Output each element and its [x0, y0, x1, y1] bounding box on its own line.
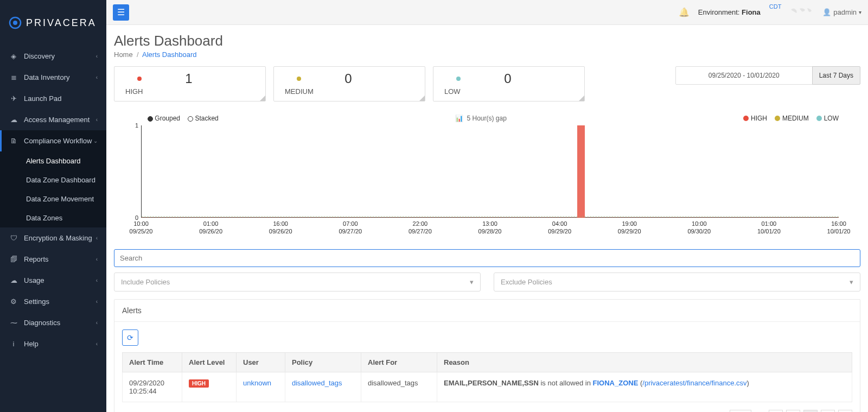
col-alert-time[interactable]: Alert Time — [123, 353, 182, 372]
nav-settings[interactable]: ⚙Settings‹ — [0, 291, 106, 312]
exclude-policies-select[interactable]: Exclude Policies▾ — [494, 272, 860, 291]
date-range-input[interactable]: 09/25/2020 - 10/01/2020 — [675, 66, 813, 85]
chevron-left-icon: ‹ — [96, 256, 98, 262]
stat-value: 0 — [279, 71, 417, 86]
col-reason[interactable]: Reason — [437, 353, 852, 372]
cell-reason: EMAIL,PERSON_NAME,SSN is not allowed in … — [437, 372, 852, 402]
cloud-icon: ☁ — [9, 116, 18, 124]
world-map-icon — [790, 5, 814, 19]
x-tick: 10:0009/30/20 — [687, 220, 711, 236]
brand-logo: PRIVACERA — [0, 0, 106, 46]
stat-label: HIGH — [122, 87, 258, 96]
user-icon: 👤 — [822, 8, 831, 16]
chart-container: Grouped Stacked 📊 5 Hour(s) gap HIGH MED… — [114, 115, 860, 240]
nav-launch-pad[interactable]: ✈Launch Pad — [0, 88, 106, 109]
search-input[interactable] — [114, 249, 860, 267]
info-icon: i — [9, 340, 18, 348]
nav-encryption-masking[interactable]: 🛡Encryption & Masking‹ — [0, 227, 106, 249]
nav-label: Encryption & Masking — [24, 234, 92, 242]
sidebar-toggle-button[interactable]: ☰ — [113, 4, 129, 21]
col-alert-for[interactable]: Alert For — [361, 353, 437, 372]
stat-card-high[interactable]: 1 HIGH — [114, 66, 266, 102]
sub-data-zones[interactable]: Data Zones — [0, 208, 106, 227]
nav-compliance-workflow[interactable]: 🗎Compliance Workflow⌄ — [0, 130, 106, 151]
chart-plot: 1 0 — [141, 125, 839, 218]
lock-icon: 🛡 — [9, 234, 18, 242]
stat-value: 0 — [439, 71, 577, 86]
legend-medium[interactable]: MEDIUM — [775, 115, 809, 122]
nav-help[interactable]: iHelp‹ — [0, 333, 106, 354]
nav-access-management[interactable]: ☁Access Management‹ — [0, 109, 106, 130]
page-first-button[interactable]: « — [769, 410, 783, 412]
col-user[interactable]: User — [237, 353, 285, 372]
sidebar: PRIVACERA ◈Discovery‹ ≣Data Inventory‹ ✈… — [0, 0, 106, 412]
x-tick: 16:0009/26/20 — [269, 220, 292, 236]
page-next-button[interactable]: › — [821, 410, 835, 412]
nav-usage[interactable]: ☁Usage‹ — [0, 270, 106, 291]
pulse-icon: ⁓ — [9, 319, 18, 327]
nav-label: Usage — [24, 276, 44, 284]
stacked-radio[interactable]: Stacked — [188, 115, 219, 122]
refresh-button[interactable]: ⟳ — [122, 329, 138, 346]
page-input[interactable] — [730, 410, 751, 412]
page-prev-button[interactable]: ‹ — [786, 410, 800, 412]
chevron-left-icon: ‹ — [96, 74, 98, 80]
col-alert-level[interactable]: Alert Level — [182, 353, 237, 372]
include-policies-select[interactable]: Include Policies▾ — [114, 272, 481, 291]
chart-bar — [577, 125, 585, 218]
alerts-panel: Alerts ⟳ Alert Time Alert Level User Pol… — [114, 299, 860, 412]
sub-data-zone-movement[interactable]: Data Zone Movement — [0, 189, 106, 208]
sub-data-zone-dashboard[interactable]: Data Zone Dashboard — [0, 170, 106, 189]
brand-icon — [9, 16, 22, 29]
x-tick: 04:0009/29/20 — [548, 220, 571, 236]
caret-down-icon: ▾ — [850, 278, 853, 286]
nav-reports[interactable]: 🗐Reports‹ — [0, 249, 106, 270]
cell-user: unknown — [237, 372, 285, 402]
chart-gap-label: 5 Hour(s) gap — [467, 115, 507, 122]
caret-down-icon: ▾ — [470, 278, 474, 286]
legend-low[interactable]: LOW — [816, 115, 839, 122]
policy-link[interactable]: disallowed_tags — [292, 379, 342, 387]
breadcrumb-current[interactable]: Alerts Dashboard — [142, 50, 196, 59]
caret-down-icon: ▾ — [859, 9, 861, 15]
bell-icon[interactable]: 🔔 — [679, 7, 690, 17]
nav-compliance-submenu: Alerts Dashboard Data Zone Dashboard Dat… — [0, 151, 106, 227]
x-tick: 10:0009/25/20 — [130, 220, 153, 236]
legend-high[interactable]: HIGH — [743, 115, 767, 122]
timezone-badge: CDT — [769, 3, 782, 10]
stat-value: 1 — [120, 71, 258, 86]
chevron-down-icon: ⌄ — [93, 138, 98, 144]
nav-data-inventory[interactable]: ≣Data Inventory‹ — [0, 67, 106, 88]
breadcrumb: Home / Alerts Dashboard — [114, 50, 860, 59]
nav-diagnostics[interactable]: ⁓Diagnostics‹ — [0, 312, 106, 333]
x-tick: 22:0009/27/20 — [409, 220, 432, 236]
brand-text: PRIVACERA — [26, 17, 97, 29]
cloud-icon: ☁ — [9, 276, 18, 284]
user-menu[interactable]: 👤 padmin ▾ — [822, 8, 861, 16]
breadcrumb-home[interactable]: Home — [114, 50, 133, 59]
x-tick: 01:0010/01/20 — [757, 220, 781, 236]
nav-label: Diagnostics — [24, 319, 60, 327]
sub-alerts-dashboard[interactable]: Alerts Dashboard — [0, 151, 106, 170]
grouped-radio[interactable]: Grouped — [148, 115, 180, 122]
page-current-button[interactable]: 1 — [803, 410, 818, 412]
chevron-left-icon: ‹ — [96, 117, 98, 123]
page-last-button[interactable]: » — [838, 410, 852, 412]
file-icon: 🗐 — [9, 255, 18, 263]
database-icon: ≣ — [9, 73, 18, 81]
chevron-left-icon: ‹ — [96, 235, 98, 241]
date-preset-button[interactable]: Last 7 Days — [812, 66, 860, 85]
stat-card-low[interactable]: 0 LOW — [433, 66, 585, 102]
nav-label: Settings — [24, 297, 49, 306]
x-tick: 01:0009/26/20 — [199, 220, 222, 236]
stat-card-medium[interactable]: 0 MEDIUM — [273, 66, 425, 102]
table-row: 09/29/2020 10:25:44 HIGH unknown disallo… — [123, 372, 852, 402]
path-link[interactable]: /privaceratest/finance/finance.csv — [642, 379, 746, 387]
page-title: Alerts Dashboard — [114, 33, 860, 49]
x-tick: 07:0009/27/20 — [339, 220, 362, 236]
col-policy[interactable]: Policy — [285, 353, 361, 372]
main-content: ☰ 🔔 Environment: Fiona CDT 👤 padmin ▾ Al… — [106, 0, 868, 412]
gem-icon: ◈ — [9, 52, 18, 60]
user-link[interactable]: unknown — [243, 379, 271, 387]
nav-discovery[interactable]: ◈Discovery‹ — [0, 46, 106, 67]
